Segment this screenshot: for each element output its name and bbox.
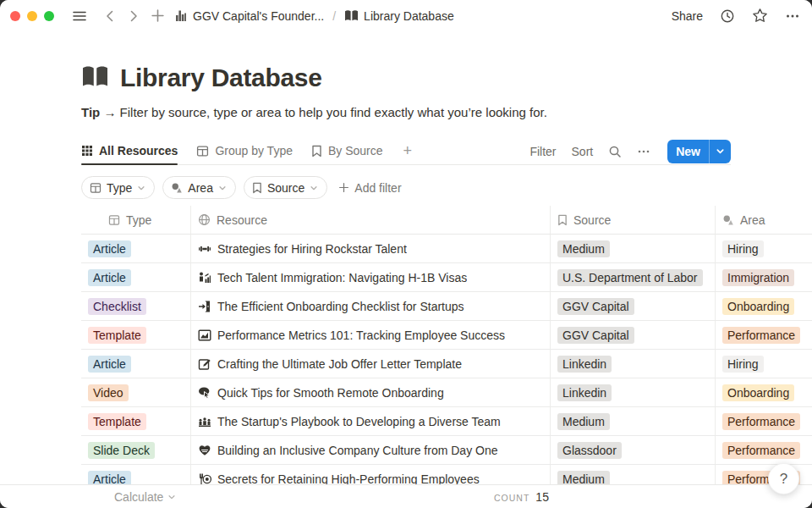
new-button[interactable]: New	[667, 140, 709, 163]
area-tag: Performance	[722, 442, 800, 459]
source-tag: Glassdoor	[557, 442, 622, 459]
new-button-group: New	[667, 140, 731, 163]
tab-by-source[interactable]: By Source	[311, 137, 383, 164]
calculate-label: Calculate	[114, 490, 163, 504]
area-cell[interactable]: Onboarding	[715, 378, 812, 406]
table-row: Checklist The Efficient Onboarding Check…	[81, 292, 812, 321]
type-tag: Article	[88, 269, 131, 286]
tab-group-by-type[interactable]: Group by Type	[196, 137, 293, 164]
type-cell[interactable]: Video	[81, 378, 190, 406]
resource-cell[interactable]: Performance Metrics 101: Tracking Employ…	[190, 321, 550, 349]
source-cell[interactable]: U.S. Department of Labor	[550, 263, 715, 291]
resource-link[interactable]: Tech Talent Immigration: Navigating H-1B…	[198, 271, 467, 284]
column-header-resource[interactable]: Resource	[190, 206, 550, 234]
nav-back-icon[interactable]	[100, 6, 120, 26]
resource-link[interactable]: Quick Tips for Smooth Remote Onboarding	[198, 386, 444, 400]
table-row: Template The Startup's Playbook to Devel…	[81, 407, 812, 436]
area-tag: Performance	[722, 413, 800, 430]
heart-hands-icon	[198, 444, 211, 457]
area-tag: Performance	[722, 327, 800, 344]
area-cell[interactable]: Immigration	[715, 263, 812, 291]
filter-chip-label: Source	[267, 181, 304, 195]
column-header-source[interactable]: Source	[550, 206, 715, 234]
type-cell[interactable]: Slide Deck	[81, 436, 190, 464]
close-window-button[interactable]	[10, 11, 20, 21]
breadcrumb-current[interactable]: Library Database	[344, 9, 454, 23]
area-cell[interactable]: Performance	[715, 321, 812, 349]
app-window: GGV Capital's Founder... / Library Datab…	[0, 0, 812, 508]
table-row: Slide Deck Building an Inclusive Company…	[81, 436, 812, 465]
resource-link[interactable]: The Startup's Playbook to Developing a D…	[198, 415, 501, 428]
sidebar-toggle-icon[interactable]	[69, 6, 90, 26]
tab-label: All Resources	[99, 144, 178, 157]
breadcrumb-current-label: Library Database	[364, 9, 454, 23]
tab-all-resources[interactable]: All Resources	[81, 137, 178, 164]
resource-link[interactable]: Strategies for Hiring Rockstar Talent	[198, 242, 407, 256]
area-cell[interactable]: Performance	[715, 436, 812, 464]
resource-cell[interactable]: Strategies for Hiring Rockstar Talent	[190, 235, 550, 262]
source-tag: Linkedin	[557, 356, 612, 373]
resource-cell[interactable]: Crafting the Ultimate Job Offer Letter T…	[190, 350, 550, 378]
area-tag: Onboarding	[722, 298, 794, 315]
breadcrumb: GGV Capital's Founder... / Library Datab…	[174, 9, 454, 23]
resource-cell[interactable]: The Startup's Playbook to Developing a D…	[190, 407, 550, 435]
share-button[interactable]: Share	[672, 9, 703, 23]
help-button[interactable]: ?	[768, 463, 799, 494]
type-cell[interactable]: Article	[81, 263, 190, 291]
filter-chip-area[interactable]: Area	[162, 176, 236, 199]
resource-cell[interactable]: The Efficient Onboarding Checklist for S…	[190, 292, 550, 320]
table-header-row: Type Resource Source Area	[81, 206, 812, 235]
column-header-area[interactable]: Area	[715, 206, 812, 234]
add-view-button[interactable]: +	[403, 143, 413, 158]
minimize-window-button[interactable]	[27, 11, 37, 21]
favorite-star-icon[interactable]	[752, 8, 768, 24]
breadcrumb-parent[interactable]: GGV Capital's Founder...	[174, 9, 324, 23]
resource-link[interactable]: The Efficient Onboarding Checklist for S…	[198, 300, 464, 313]
more-options-icon[interactable]	[785, 8, 800, 24]
table-row: Video Quick Tips for Smooth Remote Onboa…	[81, 378, 812, 407]
zoom-window-button[interactable]	[44, 11, 54, 21]
area-cell[interactable]: Onboarding	[715, 292, 812, 320]
search-icon[interactable]	[608, 145, 622, 158]
calculate-button[interactable]: Calculate	[114, 490, 176, 504]
type-cell[interactable]: Article	[81, 350, 190, 378]
column-header-type[interactable]: Type	[81, 206, 190, 234]
add-filter-button[interactable]: Add filter	[338, 181, 401, 195]
type-cell[interactable]: Template	[81, 321, 190, 349]
window-titlebar: GGV Capital's Founder... / Library Datab…	[0, 0, 812, 31]
source-cell[interactable]: Linkedin	[550, 378, 715, 406]
chevron-down-icon	[137, 184, 145, 192]
source-cell[interactable]: GGV Capital	[550, 321, 715, 349]
resource-cell[interactable]: Tech Talent Immigration: Navigating H-1B…	[190, 263, 550, 291]
view-more-options-icon[interactable]	[637, 145, 650, 158]
sort-button[interactable]: Sort	[572, 145, 594, 158]
updates-clock-icon[interactable]	[720, 8, 735, 24]
table-body: Article Strategies for Hiring Rockstar T…	[81, 235, 812, 489]
nav-forward-icon[interactable]	[123, 6, 144, 26]
area-cell[interactable]: Performance	[715, 407, 812, 435]
area-tag: Onboarding	[722, 384, 794, 401]
page-open-book-icon[interactable]	[81, 64, 109, 92]
type-cell[interactable]: Template	[81, 407, 190, 435]
type-cell[interactable]: Checklist	[81, 292, 190, 320]
resource-link[interactable]: Building an Inclusive Company Culture fr…	[198, 444, 498, 457]
resource-cell[interactable]: Building an Inclusive Company Culture fr…	[190, 436, 550, 464]
source-cell[interactable]: Medium	[550, 235, 715, 262]
source-cell[interactable]: Medium	[550, 407, 715, 435]
source-cell[interactable]: GGV Capital	[550, 292, 715, 320]
meeting-people-icon	[198, 415, 211, 428]
resource-cell[interactable]: Quick Tips for Smooth Remote Onboarding	[190, 378, 550, 406]
area-cell[interactable]: Hiring	[715, 235, 812, 262]
resource-link[interactable]: Performance Metrics 101: Tracking Employ…	[198, 329, 505, 342]
new-dropdown-chevron-icon[interactable]	[709, 140, 731, 163]
type-cell[interactable]: Article	[81, 235, 190, 262]
resource-link[interactable]: Crafting the Ultimate Job Offer Letter T…	[198, 357, 462, 371]
source-cell[interactable]: Linkedin	[550, 350, 715, 378]
edit-pencil-icon	[198, 357, 211, 371]
filter-button[interactable]: Filter	[529, 145, 556, 158]
area-cell[interactable]: Hiring	[715, 350, 812, 378]
new-page-icon[interactable]	[147, 6, 167, 26]
filter-chip-type[interactable]: Type	[81, 176, 155, 199]
filter-chip-source[interactable]: Source	[244, 176, 327, 199]
source-cell[interactable]: Glassdoor	[550, 436, 715, 464]
